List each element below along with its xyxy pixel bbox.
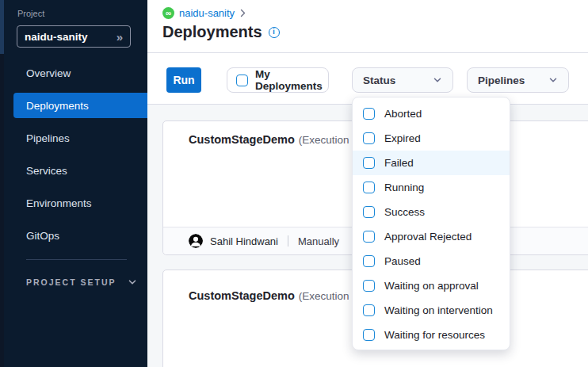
- sidebar-item-overview[interactable]: Overview: [4, 60, 147, 86]
- chevron-down-icon: [433, 75, 442, 85]
- info-icon[interactable]: i: [269, 27, 280, 38]
- trigger-type: Manually: [298, 235, 339, 247]
- project-sidebar: Project naidu-sanity » Overview Deployme…: [4, 0, 147, 367]
- pipelines-filter-label: Pipelines: [478, 75, 525, 86]
- status-filter-dropdown[interactable]: Status: [352, 67, 453, 93]
- chevron-down-icon: [548, 75, 558, 85]
- menu-item-aborted[interactable]: Aborted: [353, 101, 510, 126]
- checkbox[interactable]: [363, 132, 375, 144]
- sidebar-item-pipelines[interactable]: Pipelines: [4, 125, 147, 151]
- project-selector[interactable]: naidu-sanity »: [17, 25, 131, 48]
- status-filter-label: Status: [363, 75, 395, 86]
- main-content: ∞ naidu-sanity Deployments i Run My Depl…: [147, 0, 588, 367]
- checkbox[interactable]: [363, 304, 375, 316]
- page-title-row: Deployments i: [162, 23, 280, 41]
- header-divider: [147, 52, 588, 53]
- page-title: Deployments: [162, 23, 262, 41]
- checkbox[interactable]: [363, 157, 375, 169]
- chevron-right-icon: [239, 9, 246, 17]
- project-setup-label: PROJECT SETUP: [26, 277, 116, 287]
- sidebar-item-deployments[interactable]: Deployments: [13, 93, 147, 118]
- footer-separator: [288, 235, 288, 247]
- checkbox[interactable]: [363, 206, 375, 218]
- checkbox[interactable]: [363, 280, 375, 292]
- project-setup-section[interactable]: PROJECT SETUP: [26, 277, 137, 287]
- triggered-by-user: Sahil Hindwani: [210, 235, 278, 247]
- pipeline-name[interactable]: CustomStageDemo: [189, 133, 295, 146]
- checkbox[interactable]: [363, 182, 375, 193]
- pipelines-filter-dropdown[interactable]: Pipelines: [467, 67, 569, 93]
- sidebar-item-environments[interactable]: Environments: [4, 190, 147, 216]
- my-deployments-filter[interactable]: My Deployments: [227, 67, 329, 93]
- menu-item-approval-rejected[interactable]: Approval Rejected: [353, 224, 510, 249]
- app-window: Project naidu-sanity » Overview Deployme…: [0, 0, 588, 367]
- project-label: Project: [17, 9, 44, 18]
- chevron-down-icon: [128, 277, 137, 287]
- breadcrumb-project-link[interactable]: naidu-sanity: [179, 7, 235, 19]
- sidebar-divider: [26, 259, 127, 260]
- my-deployments-label: My Deployments: [255, 68, 328, 92]
- menu-item-paused[interactable]: Paused: [353, 249, 510, 273]
- checkbox[interactable]: [363, 231, 375, 243]
- breadcrumb: ∞ naidu-sanity: [162, 7, 246, 19]
- execution-card-title: CustomStageDemo (Execution Id: [189, 133, 361, 146]
- execution-card-title: CustomStageDemo (Execution Id: [189, 289, 361, 302]
- sidebar-item-services[interactable]: Services: [4, 158, 147, 183]
- sidebar-nav: Overview Deployments Pipelines Services …: [4, 60, 147, 255]
- menu-item-waiting-on-approval[interactable]: Waiting on approval: [353, 273, 510, 298]
- pipeline-name[interactable]: CustomStageDemo: [189, 289, 295, 302]
- cd-module-icon: ∞: [162, 7, 174, 19]
- menu-item-expired[interactable]: Expired: [353, 126, 510, 151]
- project-name: naidu-sanity: [25, 31, 88, 43]
- checkbox[interactable]: [363, 329, 375, 341]
- menu-item-failed[interactable]: Failed: [353, 151, 510, 175]
- my-deployments-checkbox[interactable]: [236, 75, 248, 86]
- sidebar-item-gitops[interactable]: GitOps: [4, 223, 147, 248]
- menu-item-running[interactable]: Running: [353, 175, 510, 200]
- double-chevron-right-icon[interactable]: »: [116, 31, 123, 43]
- menu-item-waiting-on-intervention[interactable]: Waiting on intervention: [353, 298, 510, 323]
- menu-item-waiting-for-resources[interactable]: Waiting for resources: [353, 323, 510, 347]
- menu-item-success[interactable]: Success: [353, 200, 510, 224]
- checkbox[interactable]: [363, 255, 375, 267]
- status-filter-menu: Aborted Expired Failed Running Success A…: [352, 97, 510, 350]
- user-avatar-icon: [189, 234, 203, 248]
- run-button[interactable]: Run: [166, 67, 201, 93]
- checkbox[interactable]: [363, 108, 375, 120]
